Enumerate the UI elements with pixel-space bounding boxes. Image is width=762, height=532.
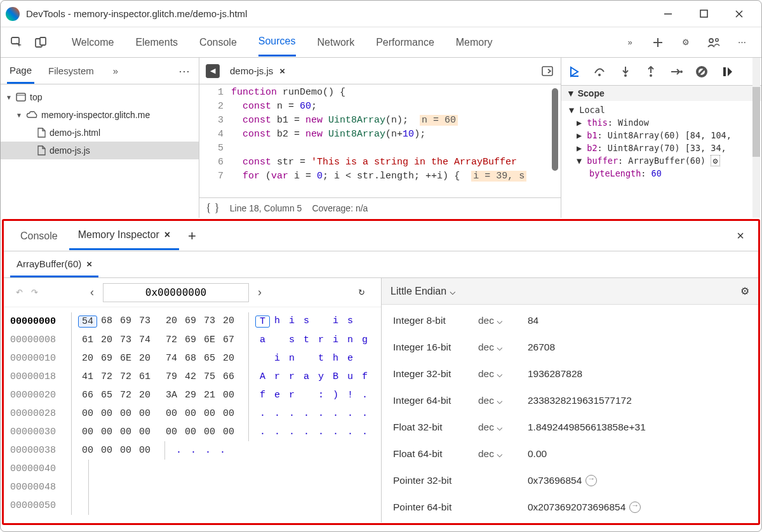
close-buffer-icon[interactable]: × xyxy=(86,258,92,269)
minimize-button[interactable] xyxy=(662,8,674,20)
format-selector[interactable]: dec ⌵ xyxy=(478,342,528,353)
redo-icon[interactable]: ↷ xyxy=(27,288,42,297)
memory-inspector-body: ↶ ↷ ‹ › ↻ 000000005468697320697320This i… xyxy=(4,278,758,522)
hex-row[interactable]: 00000048 xyxy=(10,478,375,496)
tab-sources[interactable]: Sources xyxy=(258,28,296,57)
inspect-icon[interactable] xyxy=(8,34,25,51)
more-nav-tabs-icon[interactable]: » xyxy=(110,59,121,83)
code-line[interactable]: 1function runDemo() { xyxy=(199,87,561,101)
tree-domain-label: memory-inspector.glitch.me xyxy=(41,110,150,120)
drawer-tab-memory-inspector[interactable]: Memory Inspector× xyxy=(69,222,179,250)
tab-memory[interactable]: Memory xyxy=(456,29,493,56)
format-selector[interactable]: dec ⌵ xyxy=(478,368,528,380)
tree-domain[interactable]: ▼ memory-inspector.glitch.me xyxy=(1,106,199,124)
hex-row[interactable]: 000000086120737472696E67a string xyxy=(10,331,375,349)
hex-view[interactable]: 000000005468697320697320This is 00000008… xyxy=(4,307,381,520)
hex-row[interactable]: 00000050 xyxy=(10,496,375,515)
step-over-icon[interactable] xyxy=(593,65,607,79)
hex-row[interactable]: 0000001020696E2074686520 in the xyxy=(10,349,375,368)
step-icon[interactable] xyxy=(669,65,683,79)
tab-performance[interactable]: Performance xyxy=(376,29,434,56)
tab-welcome[interactable]: Welcome xyxy=(72,29,114,56)
drawer-tab-console[interactable]: Console xyxy=(11,223,67,249)
account-icon[interactable] xyxy=(707,36,721,50)
more-menu-icon[interactable]: ⋯ xyxy=(735,36,749,50)
next-page-icon[interactable]: › xyxy=(258,286,262,299)
close-button[interactable] xyxy=(733,8,745,20)
hex-row[interactable]: 000000280000000000000000........ xyxy=(10,404,375,423)
tab-elements[interactable]: Elements xyxy=(135,29,178,56)
undo-icon[interactable]: ↶ xyxy=(11,288,27,297)
format-selector[interactable]: dec ⌵ xyxy=(478,315,528,326)
file-tab[interactable]: demo-js.js × xyxy=(230,65,285,76)
editor-scrollbar[interactable] xyxy=(552,88,558,171)
panel-tabs: WelcomeElementsConsoleSourcesNetworkPerf… xyxy=(72,27,493,57)
hex-row[interactable]: 00000020666572203A292100fer :)!. xyxy=(10,386,375,404)
hex-row[interactable]: 00000040 xyxy=(10,460,375,478)
sidebar-scrollbar-track[interactable] xyxy=(752,58,760,218)
address-input[interactable] xyxy=(103,283,249,302)
go-to-icon[interactable] xyxy=(542,66,554,76)
memory-icon[interactable]: ⚙ xyxy=(711,155,719,166)
jump-to-pointer-icon[interactable] xyxy=(585,475,597,486)
braces-icon[interactable]: { } xyxy=(206,201,220,215)
close-drawer-icon[interactable]: × xyxy=(737,229,751,243)
add-drawer-tab-icon[interactable]: + xyxy=(188,228,196,244)
code-line[interactable]: 3 const b1 = new Uint8Array(n); n = 60 xyxy=(199,115,561,129)
scope-variable[interactable]: ▼ buffer: ArrayBuffer(60) ⚙ xyxy=(561,154,761,167)
tree-top[interactable]: ▼ top xyxy=(1,88,199,106)
tab-network[interactable]: Network xyxy=(318,29,355,56)
scope-variable[interactable]: ▶ b2: Uint8Array(70) [33, 34, xyxy=(561,142,761,154)
prev-page-icon[interactable]: ‹ xyxy=(90,286,94,299)
code-line[interactable]: 6 const str = 'This is a string in the A… xyxy=(199,157,561,171)
sidebar-scrollbar-thumb[interactable] xyxy=(752,87,760,157)
tree-file-js[interactable]: demo-js.js xyxy=(1,142,199,159)
scope-local-header[interactable]: ▼ Local xyxy=(561,103,761,116)
hex-row[interactable]: 000000184172726179427566ArrayBuf xyxy=(10,368,375,386)
hex-row[interactable]: 0000003800000000.... xyxy=(10,441,375,460)
scope-variable[interactable]: byteLength: 60 xyxy=(561,167,761,180)
tab-filesystem[interactable]: Filesystem xyxy=(46,59,97,83)
jump-to-pointer-icon[interactable] xyxy=(629,502,641,513)
code-line[interactable]: 5 xyxy=(199,143,561,157)
nav-more-icon[interactable]: ⋯ xyxy=(176,58,192,84)
memory-values-pane: Little Endian ⌵ ⚙ Integer 8-bitdec ⌵84In… xyxy=(382,278,758,522)
toggle-navigator-icon[interactable]: ◀ xyxy=(206,64,220,78)
scope-header[interactable]: ▼ Scope xyxy=(561,86,761,101)
add-tab-icon[interactable] xyxy=(651,36,665,50)
tab-page[interactable]: Page xyxy=(7,58,34,84)
code-line[interactable]: 7 for (var i = 0; i < str.length; ++i) {… xyxy=(199,171,561,185)
hex-row[interactable]: 000000300000000000000000........ xyxy=(10,423,375,441)
value-row: Pointer 64-bit0x2073692073696854 xyxy=(382,494,758,521)
maximize-button[interactable] xyxy=(698,8,709,20)
value-row: Integer 16-bitdec ⌵26708 xyxy=(382,334,758,361)
hex-row[interactable]: 000000005468697320697320This is xyxy=(10,312,375,331)
step-out-icon[interactable] xyxy=(644,65,658,79)
close-tab-icon[interactable]: × xyxy=(164,229,170,240)
settings-gear-icon[interactable]: ⚙ xyxy=(679,36,693,50)
pause-exceptions-icon[interactable] xyxy=(720,65,734,79)
scope-variable[interactable]: ▶ b1: Uint8Array(60) [84, 104, xyxy=(561,129,761,142)
code-line[interactable]: 4 const b2 = new Uint8Array(n+10); xyxy=(199,129,561,143)
deactivate-breakpoints-icon[interactable] xyxy=(695,65,709,79)
value-text: 84 xyxy=(528,315,758,326)
endian-selector[interactable]: Little Endian ⌵ xyxy=(391,285,456,297)
buffer-tab[interactable]: ArrayBuffer(60)× xyxy=(10,252,98,277)
tree-file-html[interactable]: demo-js.html xyxy=(1,124,199,142)
device-icon[interactable] xyxy=(32,34,49,51)
tab-console[interactable]: Console xyxy=(199,29,237,56)
value-settings-icon[interactable]: ⚙ xyxy=(740,285,749,297)
format-selector[interactable]: dec ⌵ xyxy=(478,448,528,460)
resume-icon[interactable] xyxy=(568,65,582,79)
format-selector[interactable]: dec ⌵ xyxy=(478,395,528,406)
code-line[interactable]: 2 const n = 60; xyxy=(199,101,561,115)
refresh-icon[interactable]: ↻ xyxy=(358,288,373,297)
close-file-icon[interactable]: × xyxy=(279,65,285,76)
more-tabs-icon[interactable]: » xyxy=(623,36,637,50)
svg-point-9 xyxy=(709,39,713,43)
svg-rect-1 xyxy=(700,10,707,17)
scope-variable[interactable]: ▶ this: Window xyxy=(561,116,761,129)
step-into-icon[interactable] xyxy=(618,65,632,79)
format-selector[interactable]: dec ⌵ xyxy=(478,422,528,433)
code-editor[interactable]: 1function runDemo() {2 const n = 60;3 co… xyxy=(199,84,561,187)
